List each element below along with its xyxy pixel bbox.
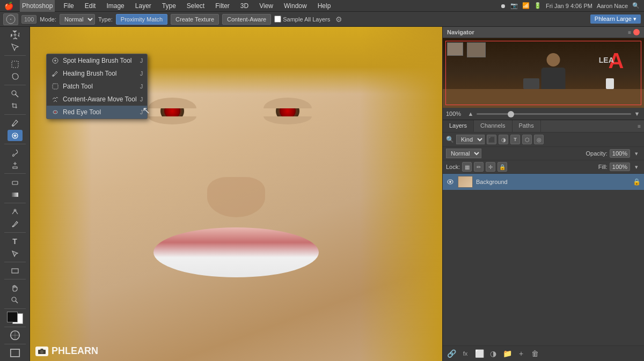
menu-photoshop[interactable]: Photoshop [20, 0, 55, 12]
main-layout: T [0, 27, 644, 361]
tool-eraser[interactable] [8, 176, 23, 188]
tool-lasso[interactable] [8, 71, 23, 82]
menu-view[interactable]: View [257, 0, 275, 12]
filter-shape-btn[interactable]: ⬡ [522, 135, 532, 144]
tool-eyedropper[interactable] [8, 117, 23, 129]
tool-magic-wand[interactable] [8, 88, 23, 99]
layer-new-btn[interactable]: + [516, 348, 526, 359]
menu-select[interactable]: Select [185, 0, 207, 12]
menu-image[interactable]: Image [104, 0, 126, 12]
filter-smartobj-btn[interactable]: ◎ [534, 135, 544, 144]
lock-position-btn[interactable]: ✛ [486, 162, 495, 172]
layer-thumbnail [458, 176, 473, 188]
filter-type-btn[interactable]: T [510, 135, 520, 144]
zoom-in-btn[interactable]: ▼ [633, 110, 641, 117]
brush-size-display[interactable]: 100 [21, 15, 36, 24]
popup-patch[interactable]: Patch Tool J [47, 80, 147, 93]
quick-mask-btn[interactable] [9, 329, 21, 341]
type-texture-button[interactable]: Create Texture [171, 14, 219, 25]
menu-file[interactable]: File [61, 0, 76, 12]
zoom-out-btn[interactable]: ▲ [467, 110, 474, 117]
camera-icon: 📷 [510, 2, 518, 9]
tab-paths[interactable]: Paths [513, 120, 541, 132]
layer-visibility-btn[interactable] [446, 178, 455, 186]
menu-filter[interactable]: Filter [213, 0, 232, 12]
tab-channels[interactable]: Channels [474, 120, 512, 132]
filter-adjustment-btn[interactable]: ◑ [499, 135, 508, 144]
type-aware-button[interactable]: Content-Aware [222, 14, 271, 25]
apple-menu[interactable]: 🍎 [4, 2, 13, 10]
opacity-label: Opacity: [586, 150, 608, 157]
popup-spot-healing[interactable]: Spot Healing Brush Tool J [47, 54, 147, 67]
layer-group-btn[interactable]: 📁 [502, 348, 513, 359]
tool-rectangle[interactable] [8, 265, 23, 276]
fill-value[interactable]: 100% [610, 163, 630, 171]
red-eye-icon [51, 108, 60, 116]
popup-patch-label: Patch Tool [63, 83, 137, 90]
layers-panel-menu[interactable]: ≡ [634, 120, 644, 132]
workspace-selector[interactable]: Phlearn Large ▾ [590, 14, 641, 24]
nav-picture-2 [467, 42, 486, 57]
blend-mode-select[interactable]: Normal [446, 149, 481, 158]
tool-separator-8 [4, 262, 26, 262]
layer-mask-btn[interactable]: ⬜ [474, 348, 485, 359]
screen-mode-btn[interactable] [9, 347, 21, 359]
menu-window[interactable]: Window [282, 0, 309, 12]
tool-stamp[interactable] [8, 159, 23, 171]
tool-gradient[interactable] [8, 189, 23, 200]
tool-brush[interactable] [8, 147, 23, 158]
layer-background-item[interactable]: Background 🔒 [443, 174, 644, 190]
layer-fx-btn[interactable]: fx [460, 348, 471, 359]
opacity-value[interactable]: 100% [610, 149, 630, 158]
color-swatches[interactable] [7, 312, 23, 324]
popup-healing-brush[interactable]: Healing Brush Tool J [47, 67, 147, 80]
tool-type[interactable]: T [8, 235, 23, 247]
sample-all-checkbox[interactable] [274, 16, 281, 23]
opacity-options-btn[interactable]: ▾ [632, 149, 641, 158]
menu-type[interactable]: Type [160, 0, 178, 12]
layer-link-btn[interactable]: 🔗 [446, 348, 457, 359]
tool-move[interactable] [8, 29, 23, 40]
lock-all-btn[interactable]: 🔒 [497, 162, 507, 172]
navigator-close-btn[interactable] [633, 29, 640, 35]
layers-kind-select[interactable]: Kind [456, 135, 485, 144]
brush-preview[interactable] [3, 13, 18, 25]
lock-image-btn[interactable]: ✏ [474, 162, 484, 172]
tool-pen[interactable] [8, 218, 23, 230]
tool-crop[interactable] [8, 100, 23, 112]
foreground-color[interactable] [7, 312, 18, 322]
navigator-header: Navigator ≡ [443, 27, 644, 38]
tool-separator-3 [4, 114, 26, 115]
menu-help[interactable]: Help [316, 0, 333, 12]
tool-path-selection[interactable] [8, 248, 23, 259]
type-proximity-button[interactable]: Proximity Match [116, 14, 167, 25]
tool-arrow[interactable] [8, 41, 23, 53]
nav-zoom-thumb[interactable] [508, 111, 514, 117]
nav-zoom-slider[interactable] [477, 113, 631, 115]
popup-red-eye[interactable]: Red Eye Tool J ↖ [47, 106, 147, 119]
mode-select[interactable]: Normal [60, 14, 95, 25]
popup-content-aware-move[interactable]: Content-Aware Move Tool J [47, 93, 147, 106]
filter-pixel-btn[interactable]: ⬛ [487, 135, 496, 144]
layer-adjustment-btn[interactable]: ◑ [488, 348, 499, 359]
search-icon[interactable]: 🔍 [632, 2, 640, 9]
tab-layers[interactable]: Layers [443, 120, 474, 132]
navigator-options-icon[interactable]: ≡ [628, 30, 631, 35]
tool-zoom[interactable] [8, 294, 23, 306]
menu-layer[interactable]: Layer [133, 0, 153, 12]
svg-line-15 [16, 301, 18, 303]
tool-hand[interactable] [8, 282, 23, 293]
svg-point-19 [40, 350, 43, 353]
eyelid-bottom-right [264, 116, 312, 124]
tool-dodge[interactable] [8, 206, 23, 217]
fill-options-btn[interactable]: ▾ [632, 163, 641, 171]
tool-healing[interactable] [8, 130, 23, 141]
svg-point-26 [55, 112, 56, 113]
menu-3d[interactable]: 3D [238, 0, 251, 12]
lock-pixels-btn[interactable]: ▦ [462, 162, 472, 172]
tool-marquee[interactable] [8, 58, 23, 70]
mode-label: Mode: [40, 16, 56, 23]
options-extra-icon[interactable]: ⚙ [335, 15, 342, 24]
layer-delete-btn[interactable]: 🗑 [530, 348, 540, 359]
menu-edit[interactable]: Edit [83, 0, 98, 12]
